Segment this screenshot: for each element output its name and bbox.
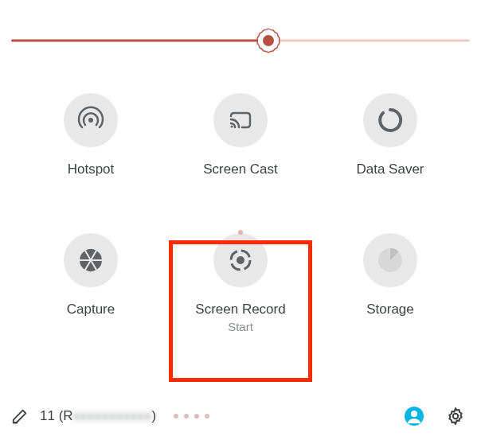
aperture-icon <box>64 233 118 287</box>
svg-point-0 <box>263 35 274 46</box>
tile-data-saver[interactable]: Data Saver <box>315 93 465 177</box>
slider-track-active <box>11 40 268 42</box>
cast-icon <box>213 93 268 147</box>
build-version-text: 11 (Rxxxxxxxxxxx) <box>40 408 156 424</box>
recording-indicator-dot <box>238 230 243 235</box>
page-dot <box>205 414 209 419</box>
tile-label: Capture <box>67 302 115 317</box>
tile-screen-cast[interactable]: Screen Cast <box>166 93 315 177</box>
tile-label: Hotspot <box>68 162 115 177</box>
brightness-thumb-icon[interactable] <box>255 27 282 54</box>
page-dot <box>174 414 178 419</box>
tile-hotspot[interactable]: Hotspot <box>16 93 166 177</box>
tile-sublabel: Start <box>228 320 253 333</box>
page-dot <box>184 414 189 419</box>
edit-tiles-button[interactable] <box>11 407 29 425</box>
storage-icon <box>363 233 417 287</box>
record-icon <box>213 233 268 287</box>
tile-label: Data Saver <box>356 162 424 177</box>
tile-label: Storage <box>366 302 414 317</box>
footer-bar: 11 (Rxxxxxxxxxxx) <box>0 400 481 432</box>
tile-storage[interactable]: Storage <box>315 233 465 333</box>
svg-point-15 <box>453 414 458 419</box>
brightness-slider[interactable] <box>11 24 470 57</box>
page-indicator[interactable] <box>174 414 209 419</box>
svg-point-2 <box>231 126 233 128</box>
version-suffix: ) <box>152 408 157 423</box>
quick-settings-grid: Hotspot Screen Cast Data Saver <box>0 93 481 333</box>
svg-point-1 <box>88 118 93 123</box>
version-prefix: 11 (R <box>40 408 73 423</box>
svg-point-14 <box>411 411 417 417</box>
tile-capture[interactable]: Capture <box>16 233 166 333</box>
settings-button[interactable] <box>444 405 467 427</box>
hotspot-icon <box>64 93 118 147</box>
data-saver-icon <box>363 93 417 147</box>
page-dot <box>194 414 199 419</box>
account-button[interactable] <box>403 405 425 427</box>
tile-label: Screen Cast <box>203 162 278 177</box>
tile-screen-record[interactable]: Screen Record Start <box>166 233 315 333</box>
slider-track-inactive <box>268 40 470 42</box>
tile-label: Screen Record <box>195 302 285 317</box>
version-obscured: xxxxxxxxxxx <box>73 408 152 423</box>
svg-point-11 <box>237 256 244 264</box>
